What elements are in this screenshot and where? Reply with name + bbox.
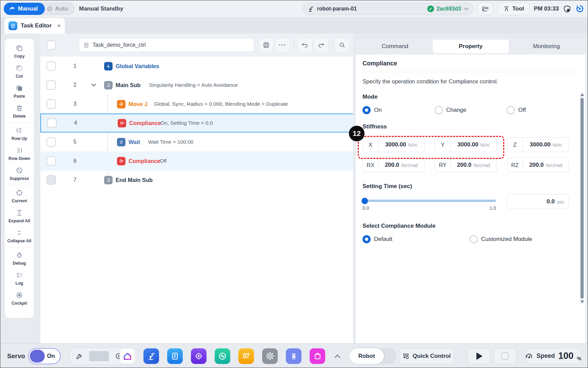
app-store-icon[interactable] [310,348,325,364]
collapse-chevron-icon[interactable] [91,83,96,87]
slider-thumb[interactable] [361,198,368,204]
sidebar-item-row-down[interactable]: Row Down [5,144,34,164]
sidebar-item-copy[interactable]: Copy [5,41,34,61]
select-all-checkbox[interactable] [46,40,56,50]
row-command-label: Move J [129,101,148,107]
tool-button[interactable]: Tool [497,2,530,15]
sidebar-item-expand-all[interactable]: Expand All [5,206,34,226]
row-description: Off [160,158,166,164]
clock-text: PM 03:33 [534,5,559,12]
stiffness-ry-field[interactable]: RY200.0Nm/rad [435,158,497,172]
task-name-field[interactable]: Task_demo_force_ctrl [79,38,254,52]
servo-toggle[interactable]: On [28,348,61,364]
radio-dot[interactable] [507,106,515,114]
row-checkbox[interactable] [46,61,56,71]
row-checkbox[interactable] [46,156,56,166]
radio-module-customized[interactable]: Customized Module [470,235,542,243]
setting-time-value-field[interactable]: 0.0 sec [507,194,569,209]
task-row-wait[interactable]: 5 Wait Wait Time = 100.00 [40,132,353,151]
sidebar-item-cut[interactable]: Cut [5,61,34,81]
radio-mode-off[interactable]: Off [507,106,579,114]
sidebar-item-cockpit[interactable]: Cockpit [5,288,34,308]
scroll-up-arrow[interactable] [581,94,584,96]
task-row-end-main-sub[interactable]: 7 End Main Sub [40,170,353,189]
sidebar-item-row-up[interactable]: Row Up [5,124,34,144]
task-row-compliance-on[interactable]: 4 Compliance On, Setting Time = 0.0 [40,114,353,132]
radio-module-default[interactable]: Default [362,235,470,243]
setting-time-slider[interactable] [362,200,496,202]
robot-space-label[interactable]: Robot [349,348,384,364]
stiffness-rx-field[interactable]: RX200.0Nm/rad [362,158,425,172]
more-options-button[interactable]: ··· [275,38,290,53]
save-task-button[interactable] [259,38,274,53]
task-row-compliance-off[interactable]: 6 Compliance Off [40,151,353,170]
task-list-panel: Task_demo_force_ctrl ··· 1 Global Variab… [40,34,353,343]
scroll-down-arrow[interactable] [581,301,584,303]
sidebar-item-current[interactable]: Current [5,186,34,206]
property-scrollbar[interactable] [580,92,584,305]
robot-arm-icon [308,6,314,12]
sidebar-item-paste[interactable]: Paste [5,81,34,101]
app-robot-icon[interactable] [143,348,159,364]
radio-mode-on[interactable]: On [362,106,435,114]
redo-button[interactable] [314,38,329,53]
compliance-icon [118,119,126,127]
radio-dot[interactable] [362,235,371,243]
row-command-label: Compliance [129,158,160,164]
row-checkbox[interactable] [46,137,56,147]
app-monitor-icon[interactable] [215,348,230,364]
speed-control[interactable]: Speed 100 % [525,348,581,364]
undo-button[interactable] [297,38,312,53]
auto-mode-button[interactable]: @ Auto [40,3,75,15]
edit-tool-sidebar: Copy Cut Paste Delete Row Up Row Down Su… [4,38,34,318]
sidebar-divider [8,122,31,123]
robot-space-selector[interactable]: Robot [349,348,396,364]
task-row-global-variables[interactable]: 1 Global Variables [40,57,353,76]
row-checkbox[interactable] [47,118,57,128]
app-jog-icon[interactable] [191,348,207,364]
radio-dot[interactable] [362,106,371,114]
radio-mode-change[interactable]: Change [435,106,507,114]
sidebar-item-delete[interactable]: Delete [5,101,34,121]
robot-param-selector[interactable]: robot-param-01 ✓ 2ac693d3 [302,3,474,15]
play-button[interactable] [468,348,490,364]
safety-shield-icon[interactable] [563,5,571,13]
sidebar-item-debug[interactable]: Debug [5,248,34,268]
app-home-icon[interactable] [120,348,135,364]
task-row-move-j[interactable]: 3 Move J Global, Sync, Radius = 0.000, B… [40,95,353,114]
recovery-reset-icon[interactable] [575,4,584,13]
wrench-button[interactable] [70,352,89,360]
radio-dot[interactable] [435,106,443,114]
stiffness-z-field[interactable]: Z3000.00N/m [507,137,569,152]
scroll-thumb[interactable] [581,98,584,299]
sidebar-item-collapse-all[interactable]: Collapse All [5,226,34,246]
current-icon [16,189,23,197]
quick-control-button[interactable]: Quick Control [399,348,454,364]
chevron-down-icon[interactable] [464,7,469,11]
tab-task-editor[interactable]: Task Editor × [4,18,65,34]
open-file-button[interactable] [478,2,493,15]
dock-collapse-chevron-icon[interactable] [334,354,340,358]
row-checkbox[interactable] [46,80,56,90]
app-remote-icon[interactable] [286,348,301,364]
tab-command[interactable]: Command [357,40,433,53]
task-row-main-sub[interactable]: 2 Main Sub Singularity Handling = Auto A… [40,76,353,95]
tab-close-icon[interactable]: × [57,22,61,29]
app-message-icon[interactable] [238,348,254,364]
row-checkbox[interactable] [46,99,56,109]
compliance-icon [117,157,125,165]
stop-button[interactable] [494,348,516,364]
stiffness-rz-field[interactable]: RZ200.0Nm/rad [507,158,569,172]
tab-property[interactable]: Property [433,40,508,53]
search-button[interactable] [335,38,350,53]
sidebar-item-suppress[interactable]: Suppress [5,164,34,184]
app-settings-icon[interactable] [262,348,278,364]
tab-monitoring[interactable]: Monitoring [509,40,584,53]
manual-mode-label: Manual [18,5,38,12]
servo-label: Servo [7,352,25,360]
row-number: 5 [69,139,81,145]
radio-dot[interactable] [470,235,478,243]
app-task-editor-icon[interactable] [167,348,183,364]
sidebar-item-log[interactable]: Log [5,268,34,288]
manual-mode-button[interactable]: Manual [4,3,45,15]
